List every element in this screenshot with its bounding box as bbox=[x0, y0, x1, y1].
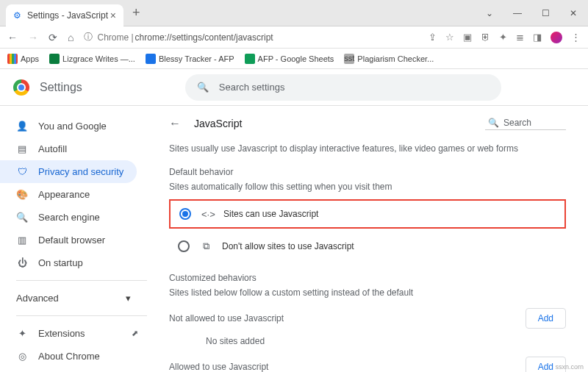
site-icon bbox=[49, 54, 60, 64]
radio-checked-icon[interactable] bbox=[179, 208, 191, 220]
bookmark-sheets[interactable]: AFP - Google Sheets bbox=[245, 54, 334, 64]
reading-list-icon[interactable]: ≣ bbox=[516, 32, 524, 43]
sidebar-item-about[interactable]: ◎About Chrome bbox=[0, 345, 147, 368]
apps-icon bbox=[7, 54, 18, 64]
menu-icon[interactable]: ⋮ bbox=[571, 32, 581, 43]
subpage-title: JavaScript bbox=[194, 118, 242, 129]
palette-icon: 🎨 bbox=[16, 189, 28, 200]
extension-box-icon[interactable]: ▣ bbox=[463, 32, 472, 43]
sheets-icon bbox=[245, 54, 255, 64]
puzzle-icon: ✦ bbox=[16, 328, 28, 339]
sidebar-item-autofill[interactable]: ▤Autofill bbox=[0, 137, 147, 160]
bookmark-icon[interactable]: ☆ bbox=[445, 32, 454, 43]
shield-icon: 🛡 bbox=[16, 166, 28, 177]
autofill-icon: ▤ bbox=[16, 143, 28, 154]
new-tab-button[interactable]: + bbox=[128, 5, 145, 21]
side-panel-icon[interactable]: ◨ bbox=[533, 32, 542, 43]
settings-body: 👤You and Google ▤Autofill 🛡Privacy and s… bbox=[0, 106, 588, 372]
insecure-icon: ⓘ bbox=[84, 31, 93, 43]
search-icon: 🔍 bbox=[16, 212, 28, 223]
sidebar: 👤You and Google ▤Autofill 🛡Privacy and s… bbox=[0, 106, 147, 372]
back-icon[interactable]: ← bbox=[7, 32, 18, 43]
code-blocked-icon: ⧉ bbox=[200, 240, 212, 252]
sidebar-item-advanced[interactable]: Advanced▾ bbox=[0, 287, 147, 310]
settings-header: Settings 🔍 Search settings bbox=[0, 69, 588, 106]
customized-heading: Customized behaviors bbox=[169, 273, 566, 283]
allowed-label: Allowed to use Javascript bbox=[169, 362, 268, 372]
bookmark-lizgrace[interactable]: Lizgrace Writes —... bbox=[49, 54, 135, 64]
sidebar-item-search[interactable]: 🔍Search engine bbox=[0, 206, 147, 229]
home-icon[interactable]: ⌂ bbox=[68, 32, 74, 43]
tab-title: Settings - JavaScript bbox=[27, 10, 108, 21]
no-sites-text: No sites added bbox=[169, 329, 566, 346]
bookmark-apps[interactable]: Apps bbox=[7, 54, 39, 64]
window-controls: ⌄ — ☐ ✕ bbox=[481, 8, 582, 18]
back-arrow-icon[interactable]: ← bbox=[169, 117, 181, 130]
nav-icons: ← → ⟳ ⌂ bbox=[7, 32, 74, 43]
subpage-search[interactable]: 🔍 Search bbox=[485, 116, 566, 130]
share-icon[interactable]: ⇪ bbox=[429, 32, 437, 43]
toolbar-right: ⇪ ☆ ▣ ⛨ ✦ ≣ ◨ ⋮ bbox=[429, 32, 581, 43]
shield-icon[interactable]: ⛨ bbox=[481, 32, 490, 43]
url-prefix: Chrome | bbox=[97, 32, 133, 43]
chrome-icon: ◎ bbox=[16, 351, 28, 362]
not-allowed-block: Not allowed to use Javascript Add bbox=[169, 308, 566, 329]
site-icon: sst bbox=[344, 54, 354, 64]
address-bar[interactable]: ⓘ Chrome | chrome://settings/content/jav… bbox=[84, 31, 429, 43]
bookmarks-bar: Apps Lizgrace Writes —... Blessy Tracker… bbox=[0, 49, 588, 69]
divider bbox=[16, 315, 147, 316]
sidebar-item-extensions[interactable]: ✦Extensions⬈ bbox=[0, 322, 147, 345]
code-icon: <·> bbox=[201, 209, 213, 220]
radio-block-js[interactable]: ⧉ Don't allow sites to use Javascript bbox=[169, 233, 566, 260]
sidebar-item-appearance[interactable]: 🎨Appearance bbox=[0, 183, 147, 206]
search-input[interactable]: 🔍 Search settings bbox=[185, 74, 501, 101]
add-button[interactable]: Add bbox=[526, 308, 566, 329]
not-allowed-label: Not allowed to use Javascript bbox=[169, 313, 284, 323]
power-icon: ⏻ bbox=[16, 257, 28, 268]
chrome-logo-icon bbox=[13, 79, 29, 96]
customized-section: Customized behaviors Sites listed below … bbox=[169, 273, 566, 372]
puzzle-icon[interactable]: ✦ bbox=[499, 32, 507, 43]
content-area: ← JavaScript 🔍 Search Sites usually use … bbox=[147, 106, 588, 372]
close-window-icon[interactable]: ✕ bbox=[564, 8, 582, 18]
avatar[interactable] bbox=[551, 32, 562, 43]
window-tab-bar: ⚙ Settings - JavaScript × + ⌄ — ☐ ✕ bbox=[0, 0, 588, 26]
sidebar-item-you[interactable]: 👤You and Google bbox=[0, 115, 147, 137]
radio-allow-js[interactable]: <·> Sites can use Javascript bbox=[169, 199, 566, 229]
url-bar: ← → ⟳ ⌂ ⓘ Chrome | chrome://settings/con… bbox=[0, 26, 588, 49]
browser-tab[interactable]: ⚙ Settings - JavaScript × bbox=[6, 4, 123, 26]
watermark: ssxn.corn bbox=[555, 363, 584, 371]
search-icon: 🔍 bbox=[197, 82, 209, 93]
url-path: chrome://settings/content/javascript bbox=[135, 32, 273, 43]
divider bbox=[16, 280, 147, 281]
chevron-down-icon: ▾ bbox=[126, 293, 131, 304]
radio-unchecked-icon[interactable] bbox=[178, 240, 190, 252]
search-icon: 🔍 bbox=[488, 118, 499, 128]
maximize-icon[interactable]: ☐ bbox=[537, 8, 554, 18]
page-title: Settings bbox=[40, 81, 82, 94]
customized-sub: Sites listed below follow a custom setti… bbox=[169, 287, 566, 298]
sidebar-item-privacy[interactable]: 🛡Privacy and security bbox=[0, 160, 137, 183]
dropdown-icon[interactable]: ⌄ bbox=[481, 8, 498, 18]
browser-icon: ▥ bbox=[16, 235, 28, 246]
default-behavior-sub: Sites automatically follow this setting … bbox=[169, 182, 566, 192]
person-icon: 👤 bbox=[16, 121, 28, 132]
close-icon[interactable]: × bbox=[110, 10, 116, 21]
page-header: ← JavaScript 🔍 Search bbox=[169, 116, 566, 130]
site-icon bbox=[146, 54, 156, 64]
settings-icon: ⚙ bbox=[13, 10, 21, 21]
minimize-icon[interactable]: — bbox=[509, 8, 526, 18]
allowed-block: Allowed to use Javascript Add bbox=[169, 357, 566, 372]
reload-icon[interactable]: ⟳ bbox=[49, 32, 57, 43]
sidebar-item-startup[interactable]: ⏻On startup bbox=[0, 251, 147, 274]
page-description: Sites usually use Javascript to display … bbox=[169, 143, 566, 154]
forward-icon: → bbox=[28, 32, 38, 43]
default-behavior-heading: Default behavior bbox=[169, 167, 566, 177]
bookmark-blessy[interactable]: Blessy Tracker - AFP bbox=[146, 54, 234, 64]
bookmark-plagiarism[interactable]: sstPlagiarism Checker... bbox=[344, 54, 434, 64]
sidebar-item-default[interactable]: ▥Default browser bbox=[0, 229, 147, 251]
external-link-icon: ⬈ bbox=[132, 329, 138, 338]
